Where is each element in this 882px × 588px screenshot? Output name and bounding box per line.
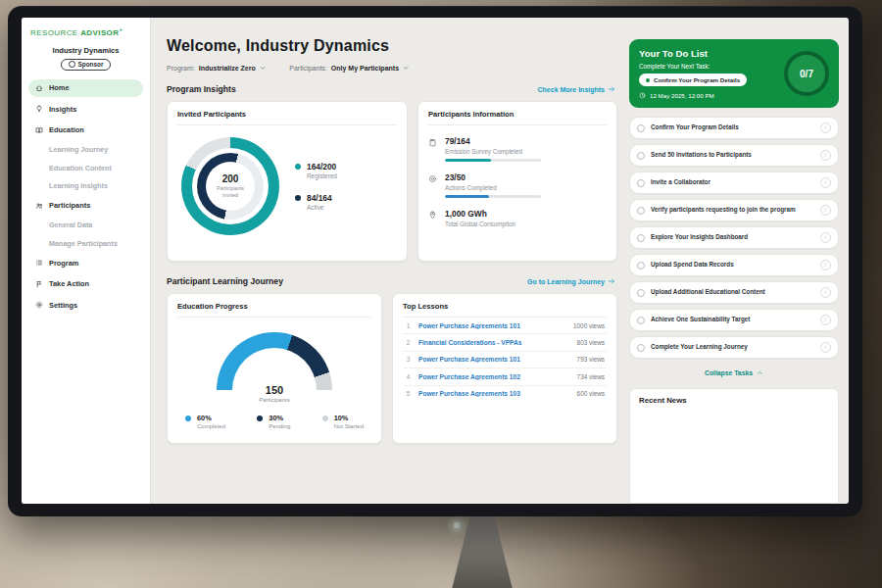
legend-completed: 60% Completed	[185, 414, 225, 429]
checkbox[interactable]	[637, 262, 645, 270]
dashboard-screen: RESOURCE ADVISOR+ Industry Dynamics Spon…	[22, 18, 849, 504]
chevron-right-icon[interactable]	[820, 342, 831, 353]
learning-cards-row: Education Progress 150 Participants 60%	[167, 293, 617, 444]
top-lessons-card: Top Lessons 1 Power Purchase Agreements …	[392, 293, 617, 444]
sidebar-item-education-content[interactable]: Education Content	[28, 161, 143, 175]
sidebar-item-learning-insights[interactable]: Learning Insights	[28, 178, 143, 193]
todo-task-list: Confirm Your Program Details Send 50 Inv…	[629, 117, 839, 364]
program-icon	[35, 259, 43, 267]
program-insights-header: Program Insights Check More Insights	[167, 84, 615, 94]
lesson-link[interactable]: Financial Considerations - VPPAs	[418, 339, 570, 346]
legend-not-started: 10% Not Started	[322, 414, 364, 429]
sidebar-item-take-action[interactable]: Take Action	[28, 275, 143, 293]
participants-icon	[35, 202, 43, 210]
sidebar-item-participants[interactable]: Participants	[28, 197, 143, 215]
legend-active: 84/164 Active	[295, 193, 337, 211]
sponsor-icon	[69, 61, 75, 68]
chevron-right-icon[interactable]	[820, 287, 831, 298]
checkbox[interactable]	[637, 152, 645, 160]
todo-task-row[interactable]: Complete Your Learning Journey	[629, 336, 839, 359]
checkbox[interactable]	[637, 317, 645, 324]
sidebar-item-program[interactable]: Program	[28, 254, 143, 271]
lesson-row: 5 Power Purchase Agreements 103 600 view…	[403, 386, 607, 402]
insights-icon	[35, 105, 43, 113]
chevron-right-icon[interactable]	[820, 260, 831, 270]
stat-actions-completed: 23/50 Actions Completed	[428, 172, 607, 198]
gauge-legend: 60% Completed 30% Pending	[177, 414, 371, 429]
legend-registered: 164/200 Registered	[295, 162, 337, 179]
lesson-row: 4 Power Purchase Agreements 102 734 view…	[403, 368, 607, 385]
monitor-bezel: RESOURCE ADVISOR+ Industry Dynamics Spon…	[8, 6, 862, 516]
education-icon	[35, 126, 43, 134]
recent-news-card: Recent News	[629, 388, 839, 504]
todo-task-row[interactable]: Achieve One Sustainability Target	[629, 309, 839, 331]
power-led	[454, 522, 460, 528]
donut-legend: 164/200 Registered 84/164 Active	[295, 162, 337, 211]
green-dot-icon	[646, 78, 650, 82]
chevron-right-icon[interactable]	[820, 122, 831, 133]
sidebar: RESOURCE ADVISOR+ Industry Dynamics Spon…	[22, 18, 151, 504]
invited-participants-card: Invited Participants 200 Participants In…	[167, 101, 408, 262]
sidebar-item-insights[interactable]: Insights	[28, 100, 143, 118]
chevron-right-icon[interactable]	[820, 315, 831, 325]
arrow-right-icon	[608, 85, 615, 93]
todo-task-row[interactable]: Verify participants requesting to join t…	[629, 199, 839, 221]
lesson-link[interactable]: Power Purchase Agreements 103	[418, 390, 570, 397]
blue-dot-icon	[185, 416, 191, 421]
stat-emission-survey: 79/164 Emission Survey Completed	[428, 136, 607, 162]
lesson-link[interactable]: Power Purchase Agreements 102	[418, 373, 570, 380]
collapse-tasks-link[interactable]: Collapse Tasks	[629, 369, 839, 376]
section-title: Program Insights	[167, 84, 236, 94]
actions-icon	[428, 174, 437, 183]
participants-information-card: Participants Information 79/164 Emission…	[417, 101, 617, 262]
todo-task-row[interactable]: Invite a Collaborator	[629, 172, 839, 194]
lesson-row: 2 Financial Considerations - VPPAs 803 v…	[403, 334, 607, 351]
chevron-right-icon[interactable]	[820, 232, 831, 243]
filter-bar: Program: Industrialize Zero Participants…	[167, 65, 617, 72]
todo-task-row[interactable]: Upload Additional Educational Content	[629, 281, 839, 304]
checkbox[interactable]	[637, 124, 645, 132]
sponsor-badge[interactable]: Sponsor	[61, 59, 112, 71]
sidebar-item-education[interactable]: Education	[28, 122, 143, 139]
checkbox[interactable]	[637, 289, 645, 297]
lesson-link[interactable]: Power Purchase Agreements 101	[418, 356, 570, 363]
checkbox[interactable]	[637, 179, 645, 187]
todo-task-row[interactable]: Confirm Your Program Details	[629, 117, 839, 139]
recent-news-title: Recent News	[639, 396, 829, 405]
todo-progress-ring: 0/7	[784, 51, 829, 96]
sidebar-item-learning-journey[interactable]: Learning Journey	[28, 142, 143, 157]
lesson-link[interactable]: Power Purchase Agreements 101	[418, 322, 566, 329]
navy-dot-icon	[257, 416, 263, 421]
brand-logo: RESOURCE ADVISOR+	[28, 26, 143, 37]
sidebar-item-settings[interactable]: Settings	[28, 296, 143, 314]
home-icon	[35, 84, 43, 92]
program-select[interactable]: Program: Industrialize Zero	[167, 65, 266, 72]
org-name: Industry Dynamics	[28, 46, 143, 55]
check-more-insights-link[interactable]: Check More Insights	[538, 85, 615, 93]
participants-select[interactable]: Participants: Only My Participants	[289, 65, 409, 72]
chevron-right-icon[interactable]	[820, 177, 831, 188]
todo-task-row[interactable]: Send 50 Invitations to Participants	[629, 144, 839, 167]
sidebar-item-manage-participants[interactable]: Manage Participants	[28, 236, 143, 251]
todo-task-row[interactable]: Explore Your Insights Dashboard	[629, 226, 839, 249]
checkbox[interactable]	[637, 207, 645, 215]
take-action-icon	[35, 280, 43, 288]
sidebar-item-general-data[interactable]: General Data	[28, 218, 143, 232]
education-progress-gauge: 150 Participants	[217, 332, 332, 390]
education-progress-card: Education Progress 150 Participants 60%	[167, 293, 382, 444]
main-content: Welcome, Industry Dynamics Program: Indu…	[151, 18, 629, 504]
location-icon	[428, 211, 437, 220]
todo-task-row[interactable]: Upload Spend Data Records	[629, 254, 839, 276]
clock-icon	[639, 92, 646, 99]
chevron-down-icon	[403, 65, 410, 72]
checkbox[interactable]	[637, 344, 645, 352]
go-to-learning-journey-link[interactable]: Go to Learning Journey	[527, 277, 615, 285]
chevron-right-icon[interactable]	[820, 205, 831, 216]
legend-pending: 30% Pending	[257, 414, 290, 429]
next-task-pill[interactable]: Confirm Your Program Details	[639, 74, 747, 86]
checkbox[interactable]	[637, 234, 645, 242]
chevron-right-icon[interactable]	[820, 150, 831, 161]
chevron-up-icon	[757, 369, 763, 376]
sidebar-item-home[interactable]: Home	[28, 79, 143, 97]
arrow-right-icon	[608, 277, 615, 285]
